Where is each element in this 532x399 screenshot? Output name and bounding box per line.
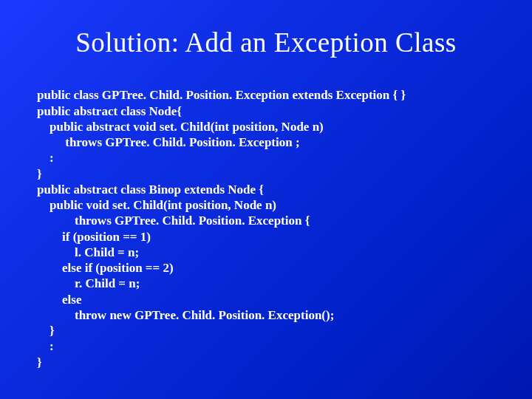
code-line: : xyxy=(37,339,54,353)
code-line: public abstract class Node{ xyxy=(37,104,182,118)
code-line: } xyxy=(37,324,55,338)
code-line: else if (position == 2) xyxy=(37,261,174,275)
code-line: throw new GPTree. Child. Position. Excep… xyxy=(37,308,334,322)
code-line: public abstract class Binop extends Node… xyxy=(37,183,264,197)
code-line: throws GPTree. Child. Position. Exceptio… xyxy=(37,135,300,149)
code-line: r. Child = n; xyxy=(37,276,140,290)
code-line: public class GPTree. Child. Position. Ex… xyxy=(37,88,406,102)
code-block: public class GPTree. Child. Position. Ex… xyxy=(0,72,532,386)
slide-title: Solution: Add an Exception Class xyxy=(0,0,532,72)
code-line: public abstract void set. Child(int posi… xyxy=(37,120,324,134)
code-line: if (position == 1) xyxy=(37,230,151,244)
code-line: : xyxy=(37,151,54,165)
code-line: public void set. Child(int position, Nod… xyxy=(37,198,276,212)
code-line: else xyxy=(37,293,81,307)
slide: Solution: Add an Exception Class public … xyxy=(0,0,532,399)
code-line: } xyxy=(37,355,42,369)
code-line: throws GPTree. Child. Position. Exceptio… xyxy=(37,214,310,228)
code-line: } xyxy=(37,167,42,181)
code-line: l. Child = n; xyxy=(37,245,139,259)
